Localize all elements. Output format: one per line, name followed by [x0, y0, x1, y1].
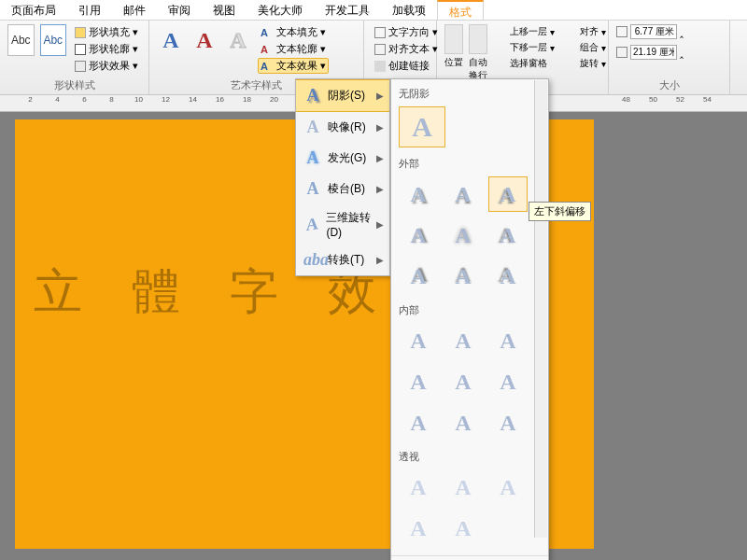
fx-transform[interactable]: aba转换(T)▶ [296, 245, 389, 275]
fwd-icon [496, 26, 507, 37]
shadow-outer-8[interactable]: A [444, 259, 483, 294]
tab-mail[interactable]: 邮件 [112, 0, 157, 20]
create-link[interactable]: 创建链接 [372, 58, 441, 74]
shadow-inner-9[interactable]: A [488, 405, 528, 441]
text-fill[interactable]: A 文本填充 ▾ [258, 24, 329, 40]
section-perspective: 透视 [399, 446, 541, 468]
fx-3drotate[interactable]: A三维旋转(D)▶ [296, 204, 389, 245]
chevron-right-icon: ▶ [376, 91, 384, 101]
wrap-icon[interactable] [469, 24, 487, 54]
tooltip: 左下斜偏移 [529, 202, 591, 221]
shadow-inner-8[interactable]: A [444, 405, 483, 441]
shadow-outer-1[interactable]: A [399, 176, 438, 212]
shadow-outer-5[interactable]: A [444, 217, 483, 253]
section-no-shadow: 无阴影 [399, 83, 541, 105]
shadow-outer-9[interactable]: A [488, 259, 528, 294]
group-btn[interactable]: 组合 ▾ [563, 40, 609, 55]
shadow-inner-7[interactable]: A [399, 405, 438, 441]
pen-icon [75, 44, 86, 55]
shadow-outer-2[interactable]: A [444, 176, 483, 212]
fx-shadow[interactable]: A阴影(S)▶ [296, 79, 389, 112]
align-btn[interactable]: 对齐 ▾ [563, 24, 609, 39]
shadow-persp-1[interactable]: A [399, 469, 438, 505]
tab-layout[interactable]: 页面布局 [0, 0, 67, 20]
link-icon [374, 61, 386, 72]
selection-pane[interactable]: 选择窗格 [493, 56, 557, 71]
fx-bevel[interactable]: A棱台(B)▶ [296, 174, 389, 204]
bucket-icon [75, 27, 86, 38]
tab-addins[interactable]: 加载项 [381, 0, 437, 20]
ribbon-tabs: 页面布局 引用 邮件 审阅 视图 美化大师 开发工具 加载项 格式 [0, 0, 747, 21]
height-input[interactable] [630, 24, 677, 39]
scrollbar[interactable] [534, 80, 547, 538]
tab-references[interactable]: 引用 [67, 0, 112, 20]
textdir-icon [374, 27, 386, 38]
effect-icon [75, 61, 86, 72]
shadow-inner-4[interactable]: A [399, 364, 438, 399]
rotate-icon [566, 58, 577, 69]
shadow-gallery: 无阴影 A 外部 A A A A A A A A A 内部 A A A A A … [390, 78, 549, 560]
rotate-btn[interactable]: 旋转 ▾ [563, 56, 609, 71]
text-effects-menu: A阴影(S)▶ A映像(R)▶ A发光(G)▶ A棱台(B)▶ A三维旋转(D)… [295, 78, 390, 276]
group-label-size: 大小 [616, 77, 722, 92]
shadow-outer-3[interactable]: A [488, 176, 528, 212]
section-inner: 内部 [399, 300, 541, 321]
shadow-inner-6[interactable]: A [488, 364, 528, 399]
shadow-outer-7[interactable]: A [399, 259, 438, 294]
group-label-shapestyle: 形状样式 [7, 77, 141, 92]
section-outer: 外部 [399, 153, 541, 175]
group-icon [566, 42, 577, 53]
shape-style-2[interactable]: Abc [40, 24, 67, 56]
shadow-outer-6[interactable]: A [488, 217, 528, 253]
shape-effects[interactable]: 形状效果 ▾ [72, 58, 141, 74]
fx-reflection[interactable]: A映像(R)▶ [296, 112, 389, 143]
shadow-inner-5[interactable]: A [444, 364, 483, 399]
wordart-style-1[interactable]: A [157, 24, 185, 56]
width-icon [616, 47, 627, 58]
shadow-none[interactable]: A [399, 106, 445, 147]
width-input[interactable] [630, 45, 677, 60]
shadow-inner-2[interactable]: A [444, 323, 483, 358]
shape-outline[interactable]: 形状轮廓 ▾ [72, 41, 141, 57]
text-direction[interactable]: 文字方向 ▾ [372, 24, 441, 40]
shadow-outer-4[interactable]: A [399, 217, 438, 253]
height-icon [616, 26, 627, 37]
shadow-options[interactable]: 阴影选项(S)... [391, 555, 548, 560]
align-icon [374, 44, 386, 55]
bring-forward[interactable]: 上移一层 ▾ [493, 24, 557, 39]
wordart-style-3[interactable]: A [224, 24, 252, 56]
send-backward[interactable]: 下移一层 ▾ [493, 40, 557, 55]
text-outline[interactable]: A 文本轮廓 ▾ [258, 41, 329, 57]
shape-style-1[interactable]: Abc [7, 24, 35, 56]
align-text[interactable]: 对齐文本 ▾ [372, 41, 441, 57]
position-icon[interactable] [444, 24, 463, 54]
bwd-icon [496, 42, 507, 53]
shadow-persp-5[interactable]: A [444, 511, 483, 546]
shadow-inner-3[interactable]: A [488, 323, 528, 358]
tab-dev[interactable]: 开发工具 [314, 0, 381, 20]
shadow-persp-2[interactable]: A [444, 469, 483, 505]
wordart-style-2[interactable]: A [190, 24, 218, 56]
text-effects[interactable]: A 文本效果 ▾ [258, 58, 329, 74]
tab-view[interactable]: 视图 [202, 0, 247, 20]
pane-icon [496, 58, 507, 69]
shadow-persp-4[interactable]: A [399, 511, 438, 546]
shadow-persp-3[interactable]: A [488, 469, 528, 505]
align2-icon [566, 26, 577, 37]
shape-fill[interactable]: 形状填充 ▾ [72, 24, 141, 40]
tab-format[interactable]: 格式 [437, 0, 484, 20]
tab-review[interactable]: 审阅 [157, 0, 202, 20]
shadow-inner-1[interactable]: A [399, 323, 438, 358]
tab-beautify[interactable]: 美化大师 [247, 0, 314, 20]
fx-glow[interactable]: A发光(G)▶ [296, 143, 389, 174]
